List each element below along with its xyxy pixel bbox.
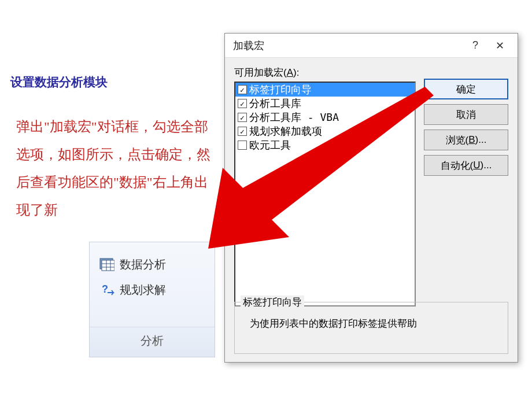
description-text: 为使用列表中的数据打印标签提供帮助 — [241, 316, 502, 330]
checkbox-icon[interactable]: ✓ — [238, 85, 247, 94]
addins-listbox[interactable]: ✓ 标签打印向导 ✓ 分析工具库 ✓ 分析工具库 - VBA ✓ 规划求解加载项 — [234, 82, 416, 306]
ribbon-item-label: 数据分析 — [120, 257, 166, 272]
instruction-text: 弹出"加载宏"对话框，勾选全部选项，如图所示，点击确定，然后查看功能区的"数据"… — [16, 113, 213, 224]
ribbon-items: 数据分析 ? 规划求解 — [90, 242, 215, 327]
automation-button[interactable]: 自动化(U)... — [424, 155, 508, 176]
ribbon-item-solver[interactable]: ? 规划求解 — [99, 277, 205, 302]
checkbox-icon[interactable]: ✓ — [238, 127, 247, 136]
dialog-title: 加载宏 — [233, 39, 463, 53]
list-item-label: 规划求解加载项 — [249, 124, 322, 138]
list-item[interactable]: ✓ 规划求解加载项 — [235, 124, 415, 138]
dialog-body: 可用加载宏(A): ✓ 标签打印向导 ✓ 分析工具库 ✓ 分析工具库 - VBA… — [225, 58, 518, 306]
list-label: 可用加载宏(A): — [234, 66, 416, 79]
section-heading: 设置数据分析模块 — [10, 74, 108, 90]
help-button[interactable]: ? — [463, 34, 487, 58]
cancel-button[interactable]: 取消 — [424, 104, 508, 125]
list-item[interactable]: 欧元工具 — [235, 138, 415, 152]
ok-button[interactable]: 确定 — [424, 79, 508, 99]
close-button[interactable]: ✕ — [487, 34, 512, 58]
dialog-buttons: 确定 取消 浏览(B)... 自动化(U)... — [424, 66, 508, 306]
ribbon-item-data-analysis[interactable]: 数据分析 — [99, 252, 205, 277]
checkbox-icon[interactable]: ✓ — [238, 113, 247, 122]
list-item-label: 分析工具库 - VBA — [249, 110, 339, 124]
dialog-titlebar: 加载宏 ? ✕ — [225, 34, 518, 58]
list-item[interactable]: ✓ 分析工具库 — [235, 97, 415, 110]
addins-column: 可用加载宏(A): ✓ 标签打印向导 ✓ 分析工具库 ✓ 分析工具库 - VBA… — [234, 66, 416, 306]
checkbox-icon[interactable] — [238, 141, 247, 150]
svg-text:?: ? — [102, 283, 108, 295]
svg-rect-1 — [102, 260, 114, 271]
ribbon-group-label: 分析 — [90, 327, 215, 357]
description-group: 标签打印向导 为使用列表中的数据打印标签提供帮助 — [234, 302, 508, 354]
ribbon-analysis-group: 数据分析 ? 规划求解 分析 — [89, 242, 215, 357]
list-item[interactable]: ✓ 分析工具库 - VBA — [235, 110, 415, 124]
list-item-label: 标签打印向导 — [249, 83, 312, 97]
description-legend: 标签打印向导 — [241, 295, 304, 309]
checkbox-icon[interactable]: ✓ — [238, 99, 247, 108]
browse-button[interactable]: 浏览(B)... — [424, 130, 508, 150]
list-item[interactable]: ✓ 标签打印向导 — [235, 83, 415, 97]
addins-dialog: 加载宏 ? ✕ 可用加载宏(A): ✓ 标签打印向导 ✓ 分析工具库 ✓ 分析工… — [224, 33, 518, 363]
list-item-label: 欧元工具 — [249, 138, 291, 152]
list-item-label: 分析工具库 — [249, 97, 301, 110]
help-arrow-icon: ? — [99, 282, 115, 298]
data-table-icon — [99, 256, 115, 272]
ribbon-item-label: 规划求解 — [120, 282, 166, 298]
